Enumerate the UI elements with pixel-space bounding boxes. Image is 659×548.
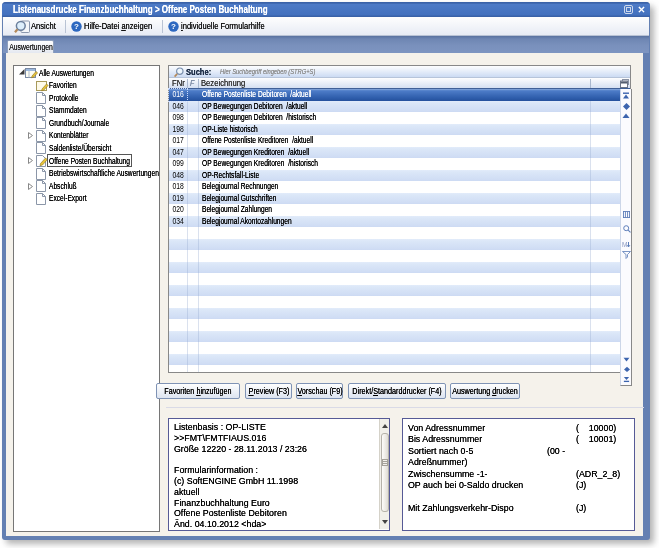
svg-text:?: ? <box>74 22 79 31</box>
svg-text:M: M <box>622 241 627 248</box>
svg-text:?: ? <box>171 22 176 31</box>
